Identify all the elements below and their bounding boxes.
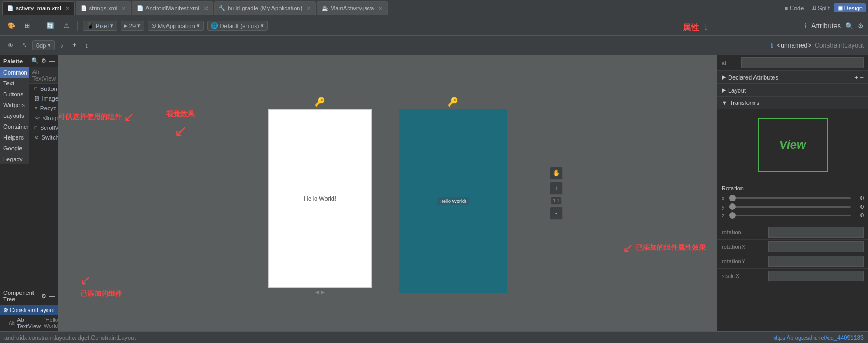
visual-annotation: 视觉效果 (166, 109, 195, 119)
info-icon-2[interactable]: ℹ (771, 42, 773, 49)
constraint-icon: ✦ (72, 42, 77, 49)
tree-item-label: Ab TextView (17, 316, 41, 329)
tab-activity-main[interactable]: 📄 activity_main.xml ✕ (2, 1, 75, 15)
tab-manifest[interactable]: 📄 AndroidManifest.xml ✕ (132, 1, 213, 15)
refresh-btn[interactable]: 🔄 (43, 21, 57, 30)
palette-toggle-btn[interactable]: 🎨 (4, 21, 18, 30)
warning-btn[interactable]: ⚠ (61, 21, 72, 30)
id-row: id (717, 55, 868, 71)
switch-icon: ⊙ (35, 135, 39, 140)
design-mode-btn[interactable]: ▣ Design (834, 3, 866, 12)
id-input[interactable] (741, 57, 864, 68)
palette-category-legacy[interactable]: Legacy (0, 154, 29, 164)
settings-tree-icon[interactable]: ⚙ (41, 293, 46, 300)
tab-close-btn[interactable]: ✕ (65, 5, 70, 11)
search-icon[interactable]: 🔍 (845, 22, 853, 30)
add-attr-icon[interactable]: + (854, 74, 858, 81)
id-label: id (722, 60, 738, 66)
settings-palette-icon[interactable]: ⚙ (41, 57, 46, 64)
ratio-btn[interactable]: 1:1 (551, 197, 562, 205)
rotationX-field-input[interactable] (768, 241, 864, 252)
code-mode-btn[interactable]: ≡ Code (782, 4, 807, 12)
palette-item-switch[interactable]: ⊙ Switch (29, 133, 58, 142)
palette-icon: 🎨 (8, 22, 15, 29)
tab-close-btn[interactable]: ✕ (204, 5, 208, 11)
info-icon[interactable]: ℹ (804, 22, 807, 30)
palette-category-layouts[interactable]: Layouts (0, 110, 29, 121)
zoom-in-btn[interactable]: + (550, 182, 563, 195)
toolbar-separator-2 (77, 21, 78, 31)
palette-category-helpers[interactable]: Helpers (0, 132, 29, 143)
palette-category-google[interactable]: Google (0, 143, 29, 154)
palette-category-containers[interactable]: Containers (0, 121, 29, 132)
padding-dropdown[interactable]: 0dp ▾ (32, 40, 55, 50)
palette-item-recyclerview[interactable]: ≡ RecyclerView (29, 103, 58, 113)
added-annotation: 已添加的组件 (80, 289, 122, 299)
tab-gradle[interactable]: 🔧 build.gradle (My Application) ✕ (214, 1, 316, 15)
remove-attr-icon[interactable]: − (860, 74, 864, 81)
layout-header[interactable]: ▶ Layout (717, 84, 868, 96)
hand-tool-btn[interactable]: ✋ (550, 167, 563, 180)
rotation-x-slider[interactable] (729, 197, 851, 199)
tab-label: activity_main.xml (16, 5, 61, 11)
chevron-down-icon: ▾ (48, 42, 51, 49)
component-tree-btn[interactable]: ⊞ (22, 21, 33, 30)
tab-bar: 📄 activity_main.xml ✕ 📄 strings.xml ✕ 📄 … (0, 0, 868, 16)
scaleX-field-input[interactable] (768, 271, 864, 281)
rotation-z-slider[interactable] (729, 215, 851, 216)
palette-item-fragment[interactable]: <> <fragment> (29, 113, 58, 123)
app-dropdown[interactable]: ⊙ MyApplication ▾ (148, 21, 203, 31)
tree-item-label: ConstraintLayout (10, 307, 55, 313)
palette-item-button[interactable]: □ Button (29, 84, 58, 94)
white-phone-frame[interactable]: Hello World! (268, 109, 372, 288)
left-panel: Palette 🔍 ⚙ — Common Text Buttons Widget… (0, 55, 58, 331)
warning-icon: ⚠ (64, 22, 69, 29)
rotationX-field-row: rotationX (717, 240, 868, 254)
guide-btn[interactable]: ↕ (82, 41, 92, 50)
component-tree-section: Component Tree ⚙ — ⚙ ConstraintLayout Ab… (0, 287, 58, 331)
chevron-down-icon: ▾ (110, 22, 113, 29)
dark-phone-frame[interactable]: Hello World! (399, 109, 507, 293)
minimize-tree-icon[interactable]: — (49, 293, 55, 300)
api-dropdown[interactable]: ▸ 29 ▾ (121, 21, 144, 31)
rotation-field-row: rotation (717, 225, 868, 240)
locale-dropdown[interactable]: 🌐 Default (en-us) ▾ (207, 21, 268, 31)
rotation-title: Rotation (722, 185, 864, 192)
constraint-btn[interactable]: ✦ (69, 41, 80, 50)
rotation-y-slider[interactable] (729, 206, 851, 208)
cursor-btn[interactable]: ↖ (19, 41, 30, 50)
split-mode-btn[interactable]: ⊞ Split (808, 3, 832, 12)
zoom-out-btn[interactable]: - (550, 207, 563, 220)
close-palette-icon[interactable]: — (49, 57, 55, 64)
palette-item-scrollview[interactable]: □ ScrollView (29, 123, 58, 133)
device-dropdown[interactable]: 📱 Pixel ▾ (83, 21, 117, 31)
palette-items: Ab TextView □ Button 🖼 ImageView ≡ Recyc… (29, 67, 58, 287)
rotation-y-row: y 0 (722, 203, 864, 210)
tree-item-constraint-layout[interactable]: ⚙ ConstraintLayout (0, 305, 58, 315)
center-canvas: 视觉效果 ↙ 可供选择使用的组件 ↙ 🔑 Hello World! ◀ ▶ (58, 55, 717, 331)
palette-category-text[interactable]: Text (0, 78, 29, 89)
tree-item-textview[interactable]: Ab Ab TextView "Hello World!" (0, 315, 58, 331)
view-preview-label: View (779, 138, 806, 152)
imageview-icon: 🖼 (35, 96, 39, 101)
tree-item-sublabel: "Hello World!" (44, 317, 58, 329)
tab-close-btn[interactable]: ✕ (306, 5, 311, 11)
tab-mainactivity[interactable]: ☕ MainActivity.java ✕ (317, 1, 388, 15)
palette-item-imageview[interactable]: 🖼 ImageView (29, 94, 58, 103)
eye-btn[interactable]: 👁 (4, 41, 17, 50)
palette-category-widgets[interactable]: Widgets (0, 100, 29, 110)
palette-category-common[interactable]: Common (0, 67, 29, 78)
tab-close-btn[interactable]: ✕ (378, 5, 383, 11)
tab-strings[interactable]: 📄 strings.xml ✕ (76, 1, 131, 15)
settings-icon[interactable]: ⚙ (858, 22, 864, 30)
components-annotation: 可供选择使用的组件 (58, 112, 122, 122)
animation-btn[interactable]: ♪ (57, 41, 66, 50)
transforms-header[interactable]: ▼ Transforms (717, 97, 868, 109)
palette-category-buttons[interactable]: Buttons (0, 89, 29, 100)
declared-attributes-header[interactable]: ▶ Declared Attributes + − (717, 71, 868, 83)
rotation-field-input[interactable] (768, 227, 864, 238)
search-palette-icon[interactable]: 🔍 (31, 57, 39, 64)
code-icon: ≡ (785, 5, 788, 11)
rotationY-field-input[interactable] (768, 256, 864, 267)
tab-close-btn[interactable]: ✕ (122, 5, 126, 11)
